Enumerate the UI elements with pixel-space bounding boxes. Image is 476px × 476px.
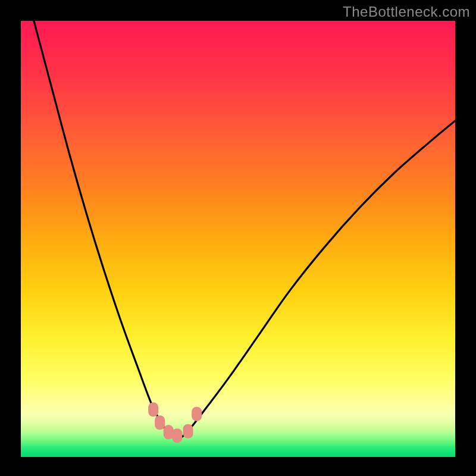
gradient-row bbox=[21, 455, 455, 457]
trough-marker bbox=[148, 402, 158, 416]
chart-frame: TheBottleneck.com bbox=[0, 0, 476, 476]
plot-area bbox=[21, 21, 455, 455]
trough-marker bbox=[192, 407, 202, 421]
bottleneck-curve bbox=[34, 21, 455, 438]
trough-marker bbox=[172, 428, 182, 443]
watermark-text: TheBottleneck.com bbox=[343, 4, 470, 20]
trough-marker bbox=[183, 424, 193, 439]
trough-marker bbox=[164, 425, 174, 439]
trough-marker bbox=[155, 415, 165, 430]
curve-layer bbox=[21, 21, 455, 455]
